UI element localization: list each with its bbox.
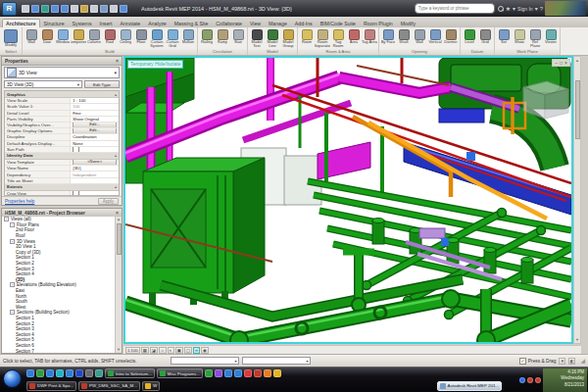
taskbar-app-icon[interactable]: [26, 369, 34, 377]
property-section-header[interactable]: Graphics▴: [5, 91, 119, 98]
reveal-hidden-elements-icon[interactable]: ◉: [201, 347, 209, 354]
tray-icon[interactable]: [519, 377, 525, 383]
project-browser-scrollbar[interactable]: ▲ ▼: [115, 217, 122, 353]
tree-expander-icon[interactable]: -: [10, 239, 15, 244]
print-icon[interactable]: [71, 5, 78, 13]
properties-help-link[interactable]: Properties help: [5, 199, 34, 204]
properties-palette-titlebar[interactable]: Properties ×: [2, 57, 122, 66]
property-value[interactable]: Independent: [71, 172, 119, 176]
tab-bim-code-suite[interactable]: BIM/Code Suite: [317, 19, 360, 27]
ribbon-button-curtain-grid[interactable]: Curtain Grid: [165, 28, 180, 49]
taskbar-app-icon[interactable]: [95, 369, 103, 377]
ribbon-button-wall[interactable]: Wall: [24, 28, 39, 44]
detail-level-icon[interactable]: ▦: [141, 347, 149, 354]
tree-expander-icon[interactable]: -: [4, 217, 9, 221]
open-icon[interactable]: [22, 5, 29, 13]
sign-in-dropdown-icon[interactable]: ▾: [535, 4, 538, 14]
start-button[interactable]: [3, 369, 22, 388]
render-icon[interactable]: [120, 5, 127, 13]
checkbox-icon[interactable]: [73, 147, 79, 152]
close-icon[interactable]: ×: [564, 60, 567, 66]
tree-item-section-7[interactable]: Section 7: [2, 348, 115, 353]
cooling-tower[interactable]: [143, 158, 265, 305]
ribbon-button-vertical[interactable]: Vertical: [427, 28, 443, 44]
ribbon-button-column[interactable]: Column: [86, 28, 102, 44]
taskbar-button-misc-programs[interactable]: Misc Programs...: [157, 368, 203, 378]
ribbon-button-wall[interactable]: Wall: [412, 28, 427, 44]
ribbon-button-by-face[interactable]: By Face: [380, 28, 396, 44]
tab-view[interactable]: View: [246, 19, 265, 27]
ribbon-button-model-group[interactable]: Model Group: [280, 28, 296, 49]
taskbar-app-icon[interactable]: [254, 369, 262, 377]
redo-icon[interactable]: [61, 5, 69, 13]
scale-icon[interactable]: 1:100: [125, 347, 140, 354]
taskbar-app-icon[interactable]: [224, 369, 232, 377]
ribbon-button-ramp[interactable]: Ramp: [215, 28, 230, 44]
ribbon-button-ref-plane[interactable]: Ref Plane: [527, 28, 543, 49]
taskbar-app-icon[interactable]: [273, 369, 281, 377]
infocenter-dropdown-icon[interactable]: ▾: [513, 4, 515, 14]
property-value[interactable]: None: [71, 141, 119, 146]
3d-model-view[interactable]: [125, 58, 571, 342]
tab-analyze[interactable]: Analyze: [144, 19, 170, 27]
taskbar-button-pw-dms-ssc-sa-m[interactable]: PW_DMS_SSC_SA_M...: [78, 381, 140, 391]
ribbon-button-viewer[interactable]: Viewer: [543, 28, 559, 44]
checkbox-icon[interactable]: ✓: [519, 358, 526, 365]
taskbar-button-autodesk-revit-mep-201[interactable]: Autodesk Revit MEP 201...: [437, 381, 502, 391]
valve-blue[interactable]: [466, 152, 475, 161]
ribbon-button-area[interactable]: Area: [346, 28, 362, 44]
press-and-drag-toggle[interactable]: ✓ Press & Drag: [519, 358, 557, 365]
property-value[interactable]: Show Original: [71, 117, 119, 122]
ribbon-button-mullion[interactable]: Mullion: [180, 28, 196, 44]
property-section-header[interactable]: Extents▴: [5, 184, 119, 191]
type-selector[interactable]: 3D View ▾: [4, 67, 120, 78]
save-icon[interactable]: [31, 5, 39, 13]
ribbon-button-tag-area[interactable]: Tag Area: [362, 28, 377, 44]
close-icon[interactable]: ×: [116, 210, 119, 216]
minimize-icon[interactable]: –: [555, 60, 558, 66]
tab-insert[interactable]: Insert: [96, 19, 117, 27]
measure-icon[interactable]: [80, 5, 88, 13]
edit-button[interactable]: <None>: [73, 160, 117, 165]
valve-blue[interactable]: [441, 238, 449, 246]
favorites-star-icon[interactable]: ★: [506, 4, 511, 14]
scrollbar-thumb[interactable]: [575, 80, 580, 139]
ribbon-button-railing[interactable]: Railing: [199, 28, 215, 44]
restore-icon[interactable]: □: [560, 60, 563, 66]
design-options-dropdown[interactable]: ▾: [242, 357, 311, 365]
taskbar-app-icon[interactable]: [234, 369, 242, 377]
ribbon-button-shaft[interactable]: Shaft: [396, 28, 412, 44]
tab-systems[interactable]: Systems: [69, 19, 96, 27]
property-value[interactable]: [71, 178, 119, 183]
exclude-options-icon[interactable]: ▼: [559, 358, 565, 365]
scroll-up-icon[interactable]: ▲: [116, 217, 122, 222]
ribbon-button-show[interactable]: Show: [512, 28, 527, 44]
edit-type-button[interactable]: Edit Type: [84, 80, 120, 88]
search-icon[interactable]: [497, 5, 504, 12]
taskbar-app-icon[interactable]: [75, 369, 83, 377]
close-icon[interactable]: ×: [116, 58, 119, 64]
ribbon-button-ceiling[interactable]: Ceiling: [118, 28, 133, 44]
help-icon[interactable]: ?: [540, 4, 543, 14]
tab-collaborate[interactable]: Collaborate: [212, 19, 246, 27]
tab-add-ins[interactable]: Add-Ins: [291, 19, 317, 27]
property-value[interactable]: 1 : 100: [71, 98, 119, 103]
show-crop-region-icon[interactable]: ▢: [184, 347, 192, 354]
ribbon-button-grid[interactable]: Grid: [477, 28, 493, 44]
ribbon-button-floor[interactable]: Floor: [133, 28, 149, 44]
tray-icon[interactable]: [527, 377, 533, 383]
view-selector-dropdown[interactable]: 3D View (3D) ▾: [4, 80, 82, 88]
visual-style-icon[interactable]: ◪: [150, 347, 158, 354]
taskbar-app-icon[interactable]: [244, 369, 252, 377]
drawing-area-3d-view[interactable]: Temporary Hide/Isolate – □ ×: [123, 56, 573, 344]
ribbon-button-model-line[interactable]: Model Line: [265, 28, 280, 49]
taskbar-clock[interactable]: 4:16 PM Wednesday 8/21/2013: [543, 368, 587, 392]
ribbon-button-level[interactable]: Level: [462, 28, 477, 44]
taskbar-button-w[interactable]: W: [142, 381, 160, 391]
tree-expander-icon[interactable]: -: [10, 222, 15, 227]
scrollbar-thumb[interactable]: [117, 223, 122, 255]
taskbar-app-icon[interactable]: [46, 369, 54, 377]
taskbar-app-icon[interactable]: [85, 369, 93, 377]
viewcube[interactable]: [523, 81, 568, 119]
scroll-up-icon[interactable]: ▲: [574, 57, 580, 64]
